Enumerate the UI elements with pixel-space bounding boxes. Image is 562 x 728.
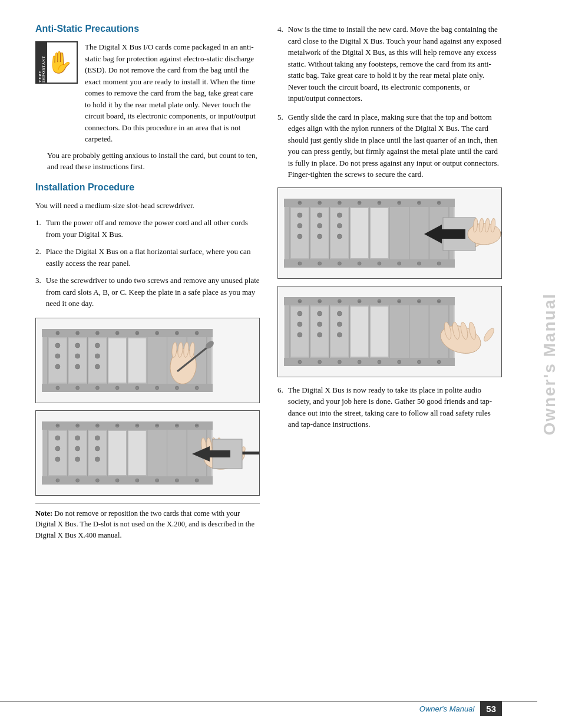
image-2-canvas xyxy=(36,411,260,495)
image-3-box xyxy=(277,187,502,279)
step-4: 4. Now is the time to install the new ca… xyxy=(277,24,502,104)
footer-label: Owner's Manual xyxy=(419,704,475,713)
step-1-num: 1. xyxy=(35,217,41,240)
antistatic-para2: You are probably getting anxious to inst… xyxy=(47,150,260,173)
content-columns: Anti-Static Precautions VERY IMPORTANT ✋… xyxy=(35,24,502,548)
right-steps-list: 4. Now is the time to install the new ca… xyxy=(277,24,502,180)
install-steps-list: 1. Turn the power off and remove the pow… xyxy=(35,217,260,309)
antistatic-intro: VERY IMPORTANT ✋ The Digital X Bus I/O c… xyxy=(35,41,260,145)
image-4-box xyxy=(277,286,502,377)
step-3-num: 3. xyxy=(35,275,41,309)
step-2: 2. Place the Digital X Bus on a flat hor… xyxy=(35,246,260,269)
step-6-text: The Digital X Bus is now ready to take i… xyxy=(288,384,502,430)
install-heading: Installation Procedure xyxy=(35,182,260,193)
step-3: 3. Use the screwdriver to undo two screw… xyxy=(35,275,260,309)
warning-stripe: VERY IMPORTANT xyxy=(37,42,47,83)
warning-icon-box: VERY IMPORTANT ✋ xyxy=(35,41,78,84)
step-5-text: Gently slide the card in place, making s… xyxy=(288,111,502,180)
note-section: Note: Do not remove or reposition the tw… xyxy=(35,503,260,541)
left-column: Anti-Static Precautions VERY IMPORTANT ✋… xyxy=(35,24,260,548)
hand-icon: ✋ xyxy=(47,50,73,75)
install-section: Installation Procedure You will need a m… xyxy=(35,182,260,541)
image-4-canvas xyxy=(278,286,502,377)
step-5: 5. Gently slide the card in place, makin… xyxy=(277,111,502,180)
step-4-num: 4. xyxy=(277,24,283,104)
step-6: 6. The Digital X Bus is now ready to tak… xyxy=(277,384,502,430)
step-5-num: 5. xyxy=(277,111,283,180)
right-steps-list-2: 6. The Digital X Bus is now ready to tak… xyxy=(277,384,502,430)
step-3-text: Use the screwdriver to undo two screws a… xyxy=(46,275,260,309)
image-1-box xyxy=(35,318,260,403)
sidebar-text: Owner's Manual xyxy=(540,293,559,436)
page-container: Owner's Manual Anti-Static Precautions V… xyxy=(0,0,562,728)
image-3-canvas xyxy=(278,188,502,278)
note-body: Do not remove or reposition the two card… xyxy=(35,509,254,540)
antistatic-text: The Digital X Bus I/O cards come package… xyxy=(85,41,260,145)
install-intro: You will need a medium-size slot-head sc… xyxy=(35,200,260,212)
page-number: 53 xyxy=(480,701,502,716)
image-2-box xyxy=(35,410,260,496)
image-1-canvas xyxy=(36,318,260,403)
antistatic-section: Anti-Static Precautions VERY IMPORTANT ✋… xyxy=(35,24,260,173)
antistatic-heading: Anti-Static Precautions xyxy=(35,24,260,34)
step-1: 1. Turn the power off and remove the pow… xyxy=(35,217,260,240)
step-6-num: 6. xyxy=(277,384,283,430)
step-4-text: Now is the time to install the new card.… xyxy=(288,24,502,104)
step-2-text: Place the Digital X Bus on a flat horizo… xyxy=(46,246,260,269)
page-footer: Owner's Manual 53 xyxy=(0,701,537,716)
warning-stripe-text: VERY IMPORTANT xyxy=(38,42,45,83)
right-column: 4. Now is the time to install the new ca… xyxy=(277,24,502,548)
sidebar-label: Owner's Manual xyxy=(537,0,562,728)
step-1-text: Turn the power off and remove the power … xyxy=(46,217,260,240)
step-2-num: 2. xyxy=(35,246,41,269)
note-text: Note: Do not remove or reposition the tw… xyxy=(35,508,260,541)
note-label: Note: xyxy=(35,509,52,518)
